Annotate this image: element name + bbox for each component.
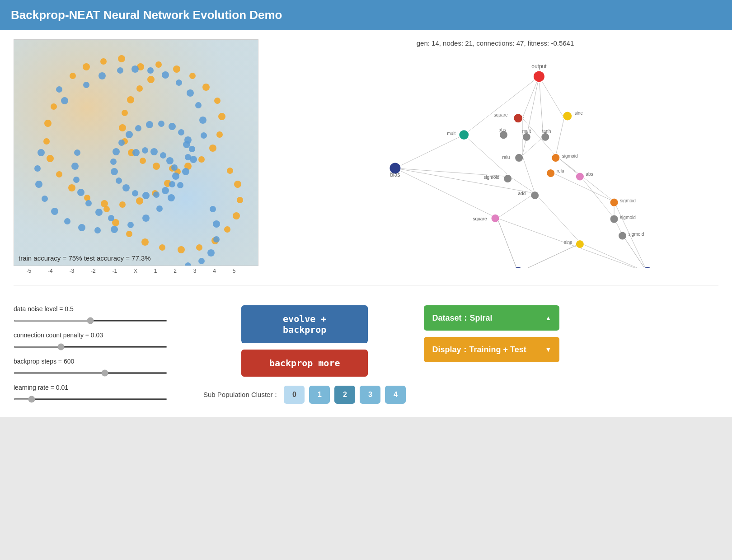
svg-point-85 (85, 200, 92, 206)
backprop-steps-slider[interactable] (14, 372, 167, 374)
scatter-canvas: train accuracy = 75% test accuracy = 77.… (14, 40, 258, 266)
svg-line-142 (535, 193, 581, 243)
noise-label: data noise level = 0.5 (14, 305, 185, 313)
dataset-dropdown-arrow: ▲ (545, 314, 552, 322)
svg-point-54 (132, 149, 140, 156)
svg-point-44 (178, 246, 185, 253)
network-svg: output square sine mult abs mult tanh (272, 51, 718, 268)
backprop-more-button[interactable]: backprop more (241, 350, 368, 377)
svg-line-154 (497, 218, 518, 268)
svg-point-75 (158, 121, 164, 127)
svg-text:square: square (473, 216, 487, 221)
scatter-accuracy: train accuracy = 75% test accuracy = 77.… (19, 254, 151, 262)
svg-point-102 (34, 165, 41, 172)
svg-point-63 (153, 191, 160, 198)
svg-point-19 (119, 124, 126, 131)
dataset-dropdown-label: Dataset：Spiral (432, 313, 492, 323)
evolve-backprop-button[interactable]: evolve + backprop (241, 305, 368, 343)
svg-point-114 (177, 182, 183, 188)
svg-point-169 (522, 133, 530, 141)
svg-point-57 (160, 152, 166, 159)
svg-point-32 (119, 201, 126, 208)
svg-point-107 (78, 224, 85, 231)
sliders-panel: data noise level = 0.5 connection count … (14, 305, 185, 402)
svg-point-101 (38, 149, 45, 156)
svg-point-33 (136, 197, 143, 205)
subpop-btn-3[interactable]: 3 (360, 386, 380, 404)
app-header: Backprop-NEAT Neural Network Evolution D… (0, 0, 732, 30)
svg-text:output: output (531, 63, 547, 70)
svg-point-88 (56, 86, 62, 93)
svg-point-183 (576, 173, 584, 181)
svg-point-23 (147, 76, 155, 83)
svg-point-45 (159, 244, 165, 251)
svg-point-55 (142, 147, 148, 154)
svg-point-40 (233, 212, 240, 219)
svg-point-105 (51, 208, 58, 215)
svg-line-125 (539, 76, 564, 118)
svg-text:sigmoid: sigmoid (628, 232, 644, 237)
connection-penalty-slider[interactable] (14, 346, 167, 348)
svg-line-146 (497, 218, 648, 268)
svg-point-73 (135, 125, 141, 131)
backprop-steps-slider-group: backprop steps = 600 (14, 358, 185, 376)
svg-point-179 (503, 174, 511, 182)
svg-line-127 (526, 76, 539, 137)
connection-penalty-label: connection count penalty = 0.03 (14, 331, 185, 339)
subpop-btn-4[interactable]: 4 (385, 386, 406, 404)
learning-rate-slider-group: learning rate = 0.01 (14, 384, 185, 402)
noise-slider[interactable] (14, 320, 167, 322)
viz-row: train accuracy = 75% test accuracy = 77.… (14, 39, 718, 274)
svg-point-122 (198, 258, 205, 264)
subpop-btn-2[interactable]: 2 (334, 386, 355, 404)
noise-slider-group: data noise level = 0.5 (14, 305, 185, 323)
svg-point-46 (141, 238, 149, 246)
svg-point-99 (199, 117, 206, 124)
dataset-dropdown[interactable]: Dataset：Spiral ▲ (424, 305, 559, 331)
subpop-btn-1[interactable]: 1 (309, 386, 330, 404)
svg-text:sigmoid: sigmoid (620, 198, 636, 203)
svg-point-95 (162, 71, 169, 79)
svg-point-59 (171, 164, 178, 171)
connection-penalty-slider-group: connection count penalty = 0.03 (14, 331, 185, 350)
svg-point-39 (237, 197, 243, 203)
svg-text:relu: relu (557, 168, 564, 173)
learning-rate-slider[interactable] (14, 398, 167, 400)
svg-point-66 (122, 184, 130, 191)
display-dropdown[interactable]: Display：Training + Test ▼ (424, 337, 559, 362)
svg-line-145 (497, 218, 518, 268)
svg-point-77 (178, 129, 184, 135)
svg-point-72 (126, 131, 133, 138)
svg-point-25 (44, 120, 52, 127)
svg-point-94 (147, 67, 154, 74)
svg-point-20 (122, 110, 128, 116)
scatter-x-axis: -5 -4 -3 -2 -1 X 1 2 3 4 5 (14, 266, 258, 274)
svg-point-71 (118, 140, 125, 146)
subpop-btn-0[interactable]: 0 (284, 386, 305, 404)
svg-point-84 (77, 189, 84, 196)
svg-point-175 (552, 154, 560, 162)
svg-point-79 (189, 146, 195, 152)
svg-point-76 (169, 123, 176, 130)
svg-point-6 (189, 73, 196, 79)
svg-point-199 (642, 266, 653, 268)
svg-point-37 (227, 168, 233, 174)
backprop-steps-label: backprop steps = 600 (14, 358, 185, 365)
svg-text:bias: bias (390, 172, 400, 178)
svg-point-67 (116, 177, 122, 184)
svg-text:sine: sine (564, 240, 572, 245)
svg-point-61 (169, 181, 175, 187)
svg-point-52 (100, 58, 107, 65)
svg-point-98 (195, 102, 202, 108)
svg-point-92 (117, 67, 123, 74)
svg-point-16 (140, 158, 146, 164)
svg-point-97 (187, 89, 194, 97)
svg-point-51 (83, 63, 90, 70)
buttons-panel: evolve + backprop backprop more Sub Popu… (203, 305, 406, 404)
svg-point-29 (68, 184, 75, 191)
svg-point-112 (156, 205, 163, 212)
svg-point-173 (515, 154, 523, 162)
svg-point-64 (142, 192, 150, 199)
svg-point-181 (547, 169, 555, 177)
svg-point-9 (218, 113, 225, 120)
